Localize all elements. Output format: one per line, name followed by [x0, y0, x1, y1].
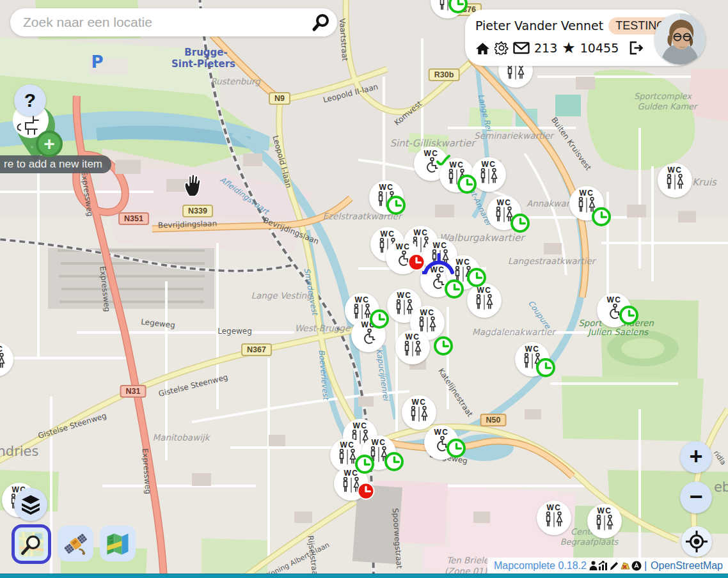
marker-wc-label: WC [434, 428, 449, 436]
opening-hours-open-icon [370, 309, 389, 329]
opening-hours-open-icon [386, 196, 406, 215]
opening-hours-open-icon [619, 306, 638, 325]
gear-icon [495, 41, 509, 55]
marker-wc-label: WC [450, 161, 464, 169]
wheelchair-pictogram-icon [429, 274, 447, 290]
avatar-photo [654, 13, 706, 65]
search-input[interactable] [22, 14, 305, 31]
marker-wc-label: WC [344, 469, 359, 477]
home-icon [475, 42, 490, 55]
map-flag-icon[interactable] [620, 561, 631, 571]
male-female-pictogram-icon [409, 406, 429, 423]
opening-hours-closed-icon [408, 254, 425, 271]
opening-hours-open-icon [467, 268, 486, 287]
marker-wc-label: WC [414, 229, 429, 237]
changes-count: 10455 [580, 41, 619, 55]
marker-wc-label: WC [482, 160, 496, 168]
male-female-pictogram-icon [402, 341, 423, 357]
attribution-icons [589, 561, 642, 571]
toilet-marker-mf[interactable]: WC [467, 283, 502, 318]
user-avatar[interactable] [654, 13, 706, 65]
mastodon-icon[interactable] [631, 561, 642, 571]
toilet-marker-mf[interactable]: WC [395, 330, 430, 364]
marker-wc-label: WC [547, 504, 562, 512]
add-item-plus-button[interactable]: + [36, 130, 63, 157]
wheelchair-pictogram-icon [360, 329, 377, 345]
opening-hours-open-icon [447, 439, 466, 458]
opening-hours-open-icon [384, 452, 404, 471]
marker-wc-label: WC [396, 243, 411, 251]
changes-button[interactable]: ★ [562, 40, 576, 56]
help-button[interactable]: ? [14, 84, 46, 116]
pencil-icon[interactable] [609, 561, 619, 571]
add-item-tooltip: re to add a new item [0, 155, 111, 173]
marker-wc-label: WC [597, 507, 612, 515]
opening-hours-closed-icon [358, 483, 375, 500]
open-check-icon [436, 154, 451, 168]
location-search-bar [10, 8, 337, 36]
satellite-icon [61, 529, 90, 558]
add-item-tooltip-text: re to add a new item [4, 158, 102, 171]
marker-wc-label: WC [497, 199, 512, 207]
user-name: Pieter Vander Vennet [475, 19, 603, 33]
stats-icon[interactable] [598, 561, 608, 570]
opening-hours-open-icon [592, 207, 611, 226]
app-version-link[interactable]: Mapcomplete 0.18.2 [494, 560, 587, 572]
user-icon[interactable] [589, 561, 597, 570]
marker-wc-label: WC [355, 296, 370, 304]
marker-wc-label: WC [381, 230, 395, 238]
toilet-marker-mf[interactable]: WC [471, 157, 506, 192]
male-female-pictogram-icon [417, 316, 438, 333]
basemap-osm-button[interactable] [12, 524, 51, 564]
map-markers-layer: WCWCWCWCWCWCWCWCWCWCWCWCWCWCWCWCWCWCWCWC… [0, 0, 728, 578]
marker-wc-label: WC [406, 333, 420, 341]
star-icon: ★ [562, 40, 576, 56]
help-label: ? [24, 90, 36, 111]
attribution-bar: Mapcomplete 0.18.2 | OpenStreetMap [487, 558, 728, 574]
layers-icon [20, 494, 42, 515]
marker-wc-label: WC [412, 398, 427, 406]
marker-wc-label: WC [433, 242, 448, 249]
basemap-foldedmap-button[interactable] [100, 526, 136, 561]
bottom-strip [0, 574, 728, 578]
plus-icon: + [44, 134, 55, 153]
home-button[interactable] [475, 42, 490, 55]
toilet-marker-mf[interactable]: WC [658, 163, 692, 198]
toilet-marker-mf[interactable]: WC [587, 504, 622, 538]
male-female-pictogram-icon [474, 294, 495, 311]
zoom-in-button[interactable]: + [680, 441, 712, 473]
toilet-marker-mf[interactable]: WC [537, 501, 571, 535]
marker-wc-label: WC [525, 345, 540, 353]
toilet-marker-mf[interactable]: WC [402, 395, 436, 430]
geolocate-button[interactable] [681, 526, 712, 557]
logout-icon [628, 41, 644, 55]
opening-hours-open-icon [536, 358, 555, 377]
marker-wc-label: WC [340, 441, 355, 449]
mapcomplete-app: Brugge-Sint-PietersRustenburgPVaartstraa… [0, 0, 728, 578]
opening-hours-open-icon [457, 175, 477, 194]
osm-attribution-link[interactable]: OpenStreetMap [651, 560, 723, 572]
marker-wc-label: WC [353, 422, 368, 430]
zoom-out-button[interactable]: − [680, 481, 712, 513]
plus-icon: + [689, 445, 702, 468]
opening-hours-open-icon [445, 279, 464, 299]
marker-wc-label: WC [477, 286, 492, 294]
opening-hours-open-icon [355, 455, 374, 474]
settings-button[interactable] [495, 41, 509, 55]
messages-button[interactable] [513, 42, 530, 54]
marker-wc-label: WC [668, 166, 683, 174]
attribution-separator: | [644, 560, 647, 572]
search-button[interactable] [305, 8, 337, 36]
toilet-marker-mf[interactable]: WC [0, 342, 13, 377]
male-female-pictogram-icon [505, 64, 526, 81]
opening-hours-open-icon [510, 214, 530, 233]
basemap-satellite-button[interactable] [58, 526, 93, 561]
layers-button[interactable] [14, 488, 47, 521]
logout-button[interactable] [628, 41, 644, 55]
search-icon [312, 13, 331, 32]
crosshair-icon [685, 530, 708, 553]
mail-icon [513, 42, 530, 54]
marker-wc-label: WC [580, 189, 594, 197]
male-female-pictogram-icon [594, 515, 615, 531]
marker-wc-label: WC [456, 258, 471, 266]
